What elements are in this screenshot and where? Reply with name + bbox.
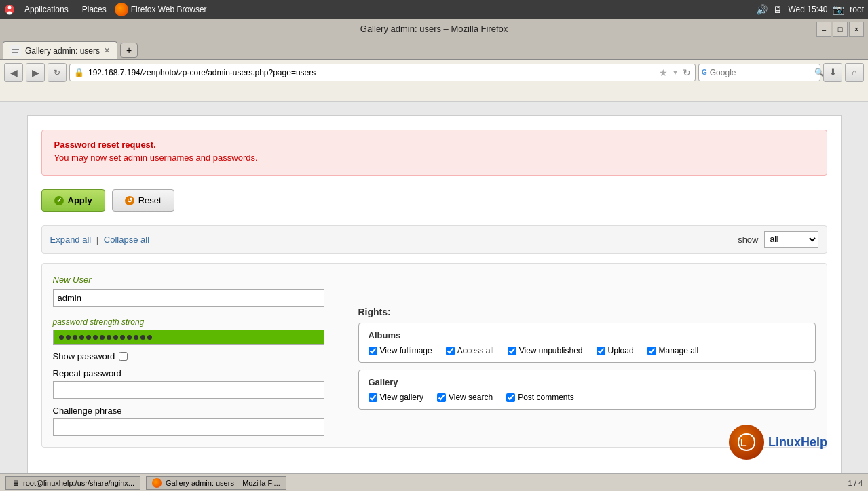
check-upload-input[interactable] <box>597 347 605 355</box>
new-tab-button[interactable]: + <box>120 43 138 58</box>
refresh-button[interactable]: ↻ <box>48 63 67 82</box>
check-upload-label: Upload <box>608 346 634 355</box>
screenshot-icon: 📷 <box>833 4 844 15</box>
check-view-unpublished-label: View unpublished <box>519 346 583 355</box>
browser-name-label: Firefox Web Browser <box>131 5 207 14</box>
close-button[interactable]: × <box>849 22 864 37</box>
system-bar: Applications Places Firefox Web Browser … <box>0 0 868 19</box>
check-view-fullimage[interactable]: View fullimage <box>369 346 432 355</box>
check-access-all[interactable]: Access all <box>446 346 494 355</box>
browser-menu-item[interactable]: Firefox Web Browser <box>115 3 207 16</box>
show-select[interactable]: all active inactive <box>764 231 818 248</box>
nav-bar: ◀ ▶ ↻ 🔒 ★ ▼ ↻ G 🔍 ⬇ ⌂ <box>0 60 868 85</box>
pw-dot <box>73 335 77 340</box>
address-input[interactable] <box>88 68 655 77</box>
albums-box-title: Albums <box>369 330 806 340</box>
check-view-search[interactable]: View search <box>437 393 493 402</box>
pw-dot <box>66 335 71 340</box>
tab-favicon <box>10 45 21 56</box>
check-view-search-label: View search <box>449 393 493 402</box>
forward-button[interactable]: ▶ <box>26 63 45 82</box>
check-view-fullimage-label: View fullimage <box>380 346 432 355</box>
collapse-all-link[interactable]: Collapse all <box>104 235 149 245</box>
repeat-password-input[interactable] <box>53 381 324 399</box>
show-password-label: Show password <box>53 351 115 361</box>
password-strength-label: password strength strong <box>53 317 338 327</box>
svg-rect-3 <box>10 45 21 56</box>
check-view-gallery-input[interactable] <box>369 393 377 402</box>
pw-dot <box>59 335 64 340</box>
back-button[interactable]: ◀ <box>4 63 23 82</box>
check-view-fullimage-input[interactable] <box>369 347 377 355</box>
download-button[interactable]: ⬇ <box>823 63 842 82</box>
reload-button[interactable]: ↻ <box>683 67 691 78</box>
password-section: password strength strong <box>53 317 338 436</box>
system-bar-right: 🔊 🖥 Wed 15:40 📷 root <box>756 4 864 15</box>
svg-rect-4 <box>12 49 19 50</box>
check-manage-all-label: Manage all <box>659 346 699 355</box>
show-password-row: Show password <box>53 351 338 361</box>
button-row: ✓ Apply ↺ Reset <box>41 189 827 212</box>
show-password-checkbox[interactable] <box>119 352 128 361</box>
applications-menu[interactable]: Applications <box>19 3 74 16</box>
expand-all-link[interactable]: Expand all <box>50 235 92 245</box>
check-view-unpublished[interactable]: View unpublished <box>508 346 583 355</box>
check-post-comments-label: Post comments <box>518 393 574 402</box>
gallery-checks: View gallery View search Post comments <box>369 393 806 402</box>
logo-name: LinuxHelp <box>768 435 827 450</box>
svg-point-2 <box>7 12 12 15</box>
check-upload[interactable]: Upload <box>597 346 634 355</box>
apply-button[interactable]: ✓ Apply <box>41 189 105 212</box>
reset-button[interactable]: ↺ Reset <box>112 189 174 212</box>
check-view-unpublished-input[interactable] <box>508 347 516 355</box>
linuxhelp-logo: L LinuxHelp <box>729 425 827 460</box>
show-label-text: show <box>738 235 758 245</box>
pw-dot <box>100 335 105 340</box>
check-view-gallery[interactable]: View gallery <box>369 393 423 402</box>
user-section: New User password strength strong <box>41 263 827 448</box>
taskbar-item-terminal[interactable]: 🖥 root@linuxhelp:/usr/share/nginx... <box>5 476 140 490</box>
search-input[interactable] <box>710 68 812 77</box>
minimize-button[interactable]: – <box>816 22 831 37</box>
home-button[interactable]: ⌂ <box>845 63 864 82</box>
status-bar: 🖥 root@linuxhelp:/usr/share/nginx... Gal… <box>0 473 868 491</box>
challenge-phrase-input[interactable] <box>53 418 324 436</box>
taskbar-browser-label: Gallery admin: users – Mozilla Fi... <box>166 479 280 487</box>
pw-dot <box>147 335 152 340</box>
check-access-all-input[interactable] <box>446 347 455 355</box>
pw-dot <box>93 335 98 340</box>
taskbar-terminal-label: root@linuxhelp:/usr/share/nginx... <box>23 479 134 487</box>
browser-tab[interactable]: Gallery admin: users ✕ <box>3 41 117 59</box>
pw-dot <box>86 335 91 340</box>
password-dots <box>54 330 324 344</box>
check-manage-all-input[interactable] <box>647 347 656 355</box>
check-post-comments[interactable]: Post comments <box>506 393 574 402</box>
maximize-button[interactable]: □ <box>833 22 848 37</box>
page-content: Password reset request. You may now set … <box>0 102 868 473</box>
bookmark-star-icon[interactable]: ★ <box>659 67 668 78</box>
check-view-search-input[interactable] <box>437 393 446 402</box>
repeat-password-label: Repeat password <box>53 368 338 378</box>
page-inner: Password reset request. You may now set … <box>27 115 842 473</box>
system-bar-left: Applications Places Firefox Web Browser <box>4 3 207 16</box>
tab-close-icon[interactable]: ✕ <box>104 46 110 55</box>
check-manage-all[interactable]: Manage all <box>647 346 699 355</box>
check-post-comments-input[interactable] <box>506 393 515 402</box>
logo-text-area: LinuxHelp <box>768 435 827 450</box>
pw-dot <box>107 335 111 340</box>
taskbar-item-browser[interactable]: Gallery admin: users – Mozilla Fi... <box>146 476 286 490</box>
check-view-gallery-label: View gallery <box>380 393 423 402</box>
search-engine-icon: G <box>702 68 707 76</box>
show-filter: show all active inactive <box>738 231 818 248</box>
terminal-icon: 🖥 <box>12 479 19 487</box>
user-label: root <box>850 5 864 14</box>
pw-dot <box>113 335 118 340</box>
expand-collapse-links: Expand all | Collapse all <box>50 235 150 245</box>
address-dropdown-icon[interactable]: ▼ <box>672 68 679 76</box>
logo-circle: L <box>729 425 764 460</box>
alert-line1: Password reset request. <box>54 140 814 150</box>
places-menu[interactable]: Places <box>77 3 112 16</box>
password-bar-wrap <box>53 330 324 345</box>
username-input[interactable] <box>53 289 324 307</box>
browser-window: Gallery admin: users – Mozilla Firefox –… <box>0 19 868 491</box>
